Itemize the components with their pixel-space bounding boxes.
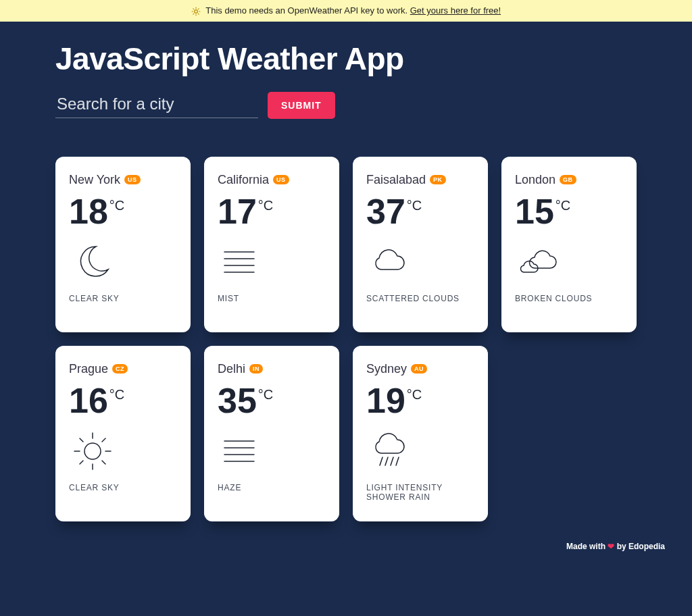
country-badge: PK bbox=[430, 175, 446, 184]
weather-card: Delhi IN 35 °C HAZE bbox=[204, 346, 339, 521]
weather-description: CLEAR SKY bbox=[69, 294, 177, 303]
city-name: New York bbox=[69, 173, 120, 187]
weather-icon-box bbox=[515, 238, 623, 286]
svg-line-3 bbox=[193, 8, 194, 9]
weather-description: CLEAR SKY bbox=[69, 483, 177, 492]
city-name: Delhi bbox=[218, 362, 245, 376]
banner-text: This demo needs an OpenWeather API key t… bbox=[205, 5, 410, 16]
weather-grid: New York US 18 °C CLEAR SKY California U… bbox=[55, 157, 637, 521]
temperature-unit: °C bbox=[258, 387, 273, 403]
temperature-unit: °C bbox=[555, 198, 570, 213]
temperature-value: 18 bbox=[69, 194, 108, 229]
weather-description: HAZE bbox=[218, 483, 326, 492]
weather-card: California US 17 °C MIST bbox=[204, 157, 339, 332]
svg-line-7 bbox=[193, 14, 194, 14]
city-name: California bbox=[218, 173, 269, 187]
weather-description: BROKEN CLOUDS bbox=[515, 294, 623, 303]
country-badge: CZ bbox=[112, 364, 128, 374]
svg-line-4 bbox=[198, 14, 199, 14]
page-title: JavaScript Weather App bbox=[55, 41, 637, 77]
temperature-value: 17 bbox=[218, 194, 257, 229]
mist-icon bbox=[218, 238, 265, 286]
footer-prefix: Made with bbox=[566, 542, 608, 551]
moon-icon bbox=[69, 238, 116, 286]
temperature-value: 16 bbox=[69, 383, 108, 418]
footer: Made with ❤ by Edopedia bbox=[0, 521, 692, 551]
temperature-unit: °C bbox=[407, 198, 422, 213]
country-badge: US bbox=[124, 175, 141, 184]
weather-description: MIST bbox=[218, 294, 326, 303]
submit-button[interactable]: SUBMIT bbox=[268, 92, 335, 119]
heart-icon: ❤ bbox=[608, 542, 614, 551]
temperature-value: 19 bbox=[366, 383, 405, 418]
city-name: Prague bbox=[69, 362, 108, 376]
country-badge: US bbox=[273, 175, 289, 184]
weather-icon-box bbox=[218, 428, 326, 475]
weather-card: Prague CZ 16 °C CLEAR SKY bbox=[55, 346, 191, 521]
temperature-value: 15 bbox=[515, 194, 554, 229]
banner-link[interactable]: Get yours here for free! bbox=[410, 5, 501, 16]
country-badge: IN bbox=[249, 364, 263, 374]
rain-icon bbox=[366, 428, 414, 475]
sun-loading-icon bbox=[191, 7, 201, 16]
weather-description: SCATTERED CLOUDS bbox=[366, 294, 474, 303]
country-badge: GB bbox=[560, 175, 576, 184]
temperature-unit: °C bbox=[109, 198, 124, 213]
country-badge: AU bbox=[411, 364, 427, 374]
weather-icon-box bbox=[366, 238, 474, 286]
weather-card: New York US 18 °C CLEAR SKY bbox=[55, 157, 191, 332]
temperature-unit: °C bbox=[407, 387, 422, 403]
weather-icon-box bbox=[366, 428, 474, 475]
weather-icon-box bbox=[69, 428, 177, 475]
weather-card: Sydney AU 19 °C LIGHT INTENSITY SHOWER R… bbox=[353, 346, 488, 521]
mist-icon bbox=[218, 428, 265, 475]
city-name: Sydney bbox=[366, 362, 407, 376]
temperature-unit: °C bbox=[258, 198, 273, 213]
cloud-icon bbox=[366, 238, 414, 286]
sun-icon bbox=[69, 428, 116, 475]
weather-card: Faisalabad PK 37 °C SCATTERED CLOUDS bbox=[353, 157, 488, 332]
svg-line-8 bbox=[198, 8, 199, 9]
temperature-value: 35 bbox=[218, 383, 257, 418]
weather-icon-box bbox=[218, 238, 326, 286]
search-input[interactable] bbox=[55, 92, 258, 118]
api-key-banner: This demo needs an OpenWeather API key t… bbox=[0, 0, 692, 22]
temperature-value: 37 bbox=[366, 194, 405, 229]
svg-point-0 bbox=[194, 9, 197, 13]
search-form: SUBMIT bbox=[55, 92, 637, 119]
city-name: Faisalabad bbox=[366, 173, 426, 187]
clouds-icon bbox=[515, 238, 562, 286]
footer-suffix: by Edopedia bbox=[614, 542, 665, 551]
temperature-unit: °C bbox=[109, 387, 124, 403]
weather-description: LIGHT INTENSITY SHOWER RAIN bbox=[366, 483, 474, 502]
weather-card: London GB 15 °C BROKEN CLOUDS bbox=[501, 157, 637, 332]
city-name: London bbox=[515, 173, 555, 187]
weather-icon-box bbox=[69, 238, 177, 286]
